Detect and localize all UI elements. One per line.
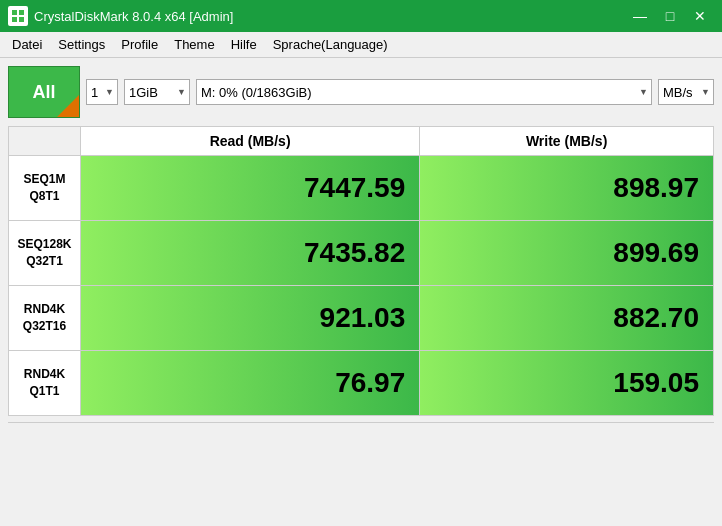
menu-settings[interactable]: Settings [50, 34, 113, 55]
svg-rect-3 [19, 17, 24, 22]
menu-datei[interactable]: Datei [4, 34, 50, 55]
col-write-header: Write (MB/s) [420, 127, 714, 156]
row-label-rnd4k-q32t16: RND4KQ32T16 [9, 286, 81, 351]
col-read-header: Read (MB/s) [81, 127, 420, 156]
controls-row: All 1 3 5 9 512MB 1GiB 2GiB 4GiB 8GiB 16… [8, 66, 714, 118]
row-read-seq128k-q32t1: 7435.82 [81, 221, 420, 286]
row-read-seq1m-q8t1: 7447.59 [81, 156, 420, 221]
all-button[interactable]: All [8, 66, 80, 118]
maximize-button[interactable]: □ [656, 4, 684, 28]
svg-rect-1 [19, 10, 24, 15]
window-controls: — □ ✕ [626, 4, 714, 28]
bench-row-seq1m-q8t1: SEQ1MQ8T17447.59898.97 [9, 156, 714, 221]
benchmark-table: Read (MB/s) Write (MB/s) SEQ1MQ8T17447.5… [8, 126, 714, 416]
bench-row-rnd4k-q1t1: RND4KQ1T176.97159.05 [9, 351, 714, 416]
menu-sprache[interactable]: Sprache(Language) [265, 34, 396, 55]
app-icon [8, 6, 28, 26]
row-label-rnd4k-q1t1: RND4KQ1T1 [9, 351, 81, 416]
title-bar: CrystalDiskMark 8.0.4 x64 [Admin] — □ ✕ [0, 0, 722, 32]
row-write-rnd4k-q1t1: 159.05 [420, 351, 714, 416]
svg-rect-0 [12, 10, 17, 15]
size-select-wrapper: 512MB 1GiB 2GiB 4GiB 8GiB 16GiB 32GiB [124, 79, 190, 105]
menu-profile[interactable]: Profile [113, 34, 166, 55]
row-write-seq128k-q32t1: 899.69 [420, 221, 714, 286]
unit-select[interactable]: MB/s GB/s IOPS μs [658, 79, 714, 105]
menu-hilfe[interactable]: Hilfe [223, 34, 265, 55]
status-bar [8, 422, 714, 450]
row-read-rnd4k-q1t1: 76.97 [81, 351, 420, 416]
row-write-seq1m-q8t1: 898.97 [420, 156, 714, 221]
row-label-seq128k-q32t1: SEQ128KQ32T1 [9, 221, 81, 286]
col-label-header [9, 127, 81, 156]
minimize-button[interactable]: — [626, 4, 654, 28]
drive-select-wrapper: M: 0% (0/1863GiB) [196, 79, 652, 105]
bench-row-seq128k-q32t1: SEQ128KQ32T17435.82899.69 [9, 221, 714, 286]
menu-bar: Datei Settings Profile Theme Hilfe Sprac… [0, 32, 722, 58]
runs-select[interactable]: 1 3 5 9 [86, 79, 118, 105]
close-button[interactable]: ✕ [686, 4, 714, 28]
size-select[interactable]: 512MB 1GiB 2GiB 4GiB 8GiB 16GiB 32GiB [124, 79, 190, 105]
window-title: CrystalDiskMark 8.0.4 x64 [Admin] [34, 9, 626, 24]
runs-select-wrapper: 1 3 5 9 [86, 79, 118, 105]
svg-rect-2 [12, 17, 17, 22]
row-read-rnd4k-q32t16: 921.03 [81, 286, 420, 351]
main-content: All 1 3 5 9 512MB 1GiB 2GiB 4GiB 8GiB 16… [0, 58, 722, 458]
row-label-seq1m-q8t1: SEQ1MQ8T1 [9, 156, 81, 221]
bench-row-rnd4k-q32t16: RND4KQ32T16921.03882.70 [9, 286, 714, 351]
menu-theme[interactable]: Theme [166, 34, 222, 55]
drive-select[interactable]: M: 0% (0/1863GiB) [196, 79, 652, 105]
row-write-rnd4k-q32t16: 882.70 [420, 286, 714, 351]
unit-select-wrapper: MB/s GB/s IOPS μs [658, 79, 714, 105]
